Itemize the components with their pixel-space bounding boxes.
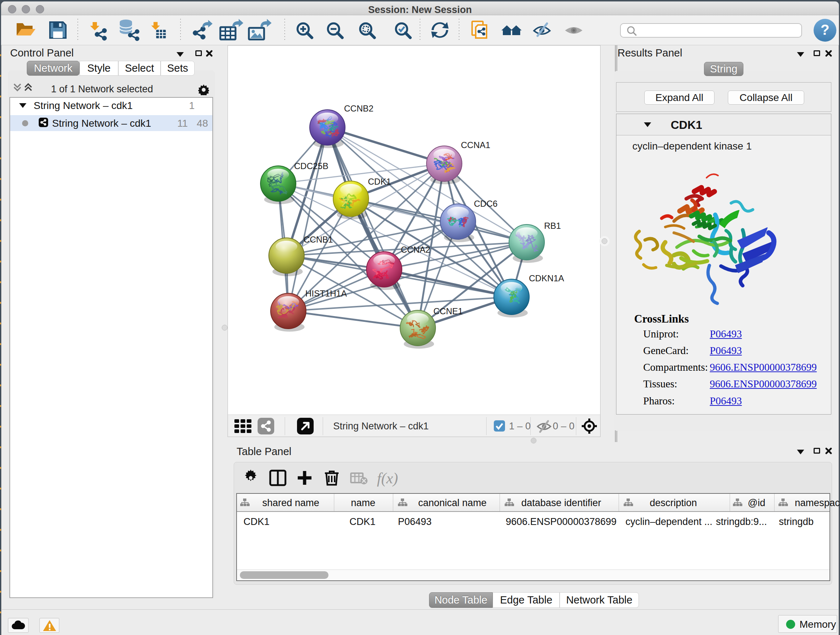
svg-text:HIST1H1A: HIST1H1A: [305, 288, 347, 298]
svg-text:CCNB2: CCNB2: [344, 103, 373, 113]
svg-text:CDC6: CDC6: [474, 199, 497, 209]
svg-text:CCNA2: CCNA2: [401, 245, 430, 255]
svg-text:CDKN1A: CDKN1A: [529, 273, 564, 283]
svg-text:RB1: RB1: [544, 221, 561, 231]
svg-text:CDK1: CDK1: [368, 177, 391, 187]
svg-text:CCNB1: CCNB1: [303, 234, 333, 244]
svg-text:CCNA1: CCNA1: [461, 140, 490, 150]
svg-text:CDC25B: CDC25B: [294, 161, 328, 171]
svg-text:CCNE1: CCNE1: [433, 306, 463, 316]
svg-text:f(x): f(x): [377, 470, 398, 487]
